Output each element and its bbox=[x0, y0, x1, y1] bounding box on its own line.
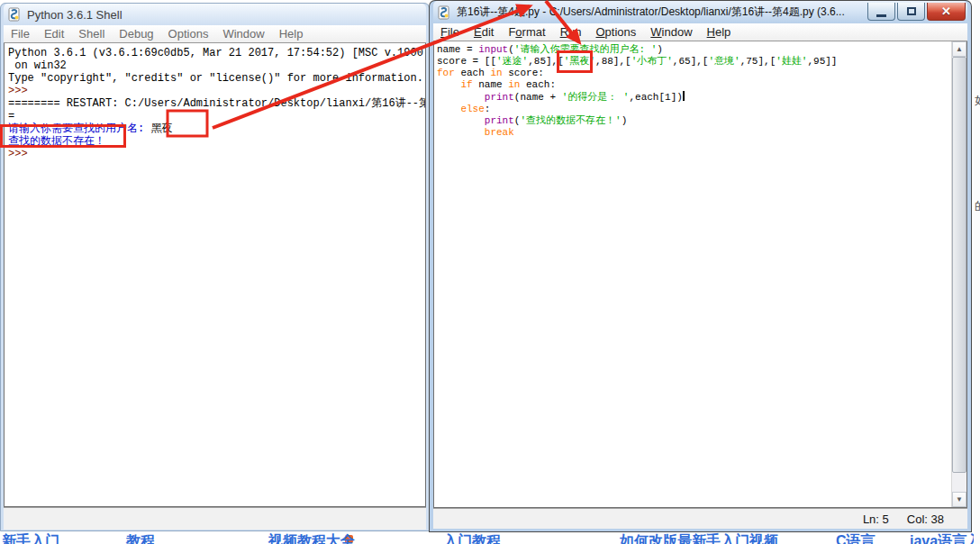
code-line: on win32 bbox=[8, 59, 425, 72]
scroll-up-button[interactable]: ▲ bbox=[952, 41, 966, 57]
status-line-number: Ln: 5 bbox=[863, 512, 889, 526]
code-segment: ======== RESTART: C:/Users/Administrator… bbox=[8, 97, 426, 110]
editor-code: name = input('请输入你需要查找的用户名: ')score = [[… bbox=[434, 41, 966, 139]
background-link-fragment[interactable]: 教程 bbox=[126, 532, 155, 544]
code-segment: '迷途' bbox=[496, 56, 528, 67]
code-segment: '黑夜' bbox=[564, 56, 595, 67]
code-segment: name bbox=[473, 79, 509, 90]
code-line: else: bbox=[437, 104, 966, 115]
code-line: Type "copyright", "credits" or "license(… bbox=[8, 72, 425, 85]
menu-item-file[interactable]: File bbox=[4, 25, 37, 42]
code-segment: : bbox=[485, 104, 491, 114]
code-segment bbox=[437, 79, 460, 90]
code-segment: '小布丁' bbox=[631, 56, 673, 67]
code-segment: on win32 bbox=[8, 59, 67, 72]
code-segment: print bbox=[485, 115, 514, 126]
status-column-number: Col: 38 bbox=[907, 512, 944, 526]
code-segment: >>> bbox=[8, 85, 34, 97]
background-link-fragment[interactable]: 如何改版最新手入门视频 bbox=[620, 532, 778, 544]
code-segment: score = [[ bbox=[437, 56, 496, 67]
menu-item-format[interactable]: Format bbox=[501, 23, 552, 41]
code-segment: '意境' bbox=[708, 56, 740, 67]
menu-item-options[interactable]: Options bbox=[161, 25, 216, 42]
code-segment: in bbox=[508, 79, 520, 90]
maximize-button[interactable] bbox=[897, 3, 925, 21]
code-segment: break bbox=[485, 127, 514, 138]
background-text-fragment: 如 bbox=[975, 93, 980, 109]
window-title: Python 3.6.1 Shell bbox=[27, 8, 422, 22]
background-text-fragment: 的 bbox=[975, 198, 980, 214]
code-segment: if bbox=[460, 79, 472, 90]
shell-output: Python 3.6.1 (v3.6.1:69c0db5, Mar 21 201… bbox=[5, 43, 425, 160]
menu-item-options[interactable]: Options bbox=[588, 23, 643, 41]
code-segment: ) bbox=[657, 44, 663, 55]
scroll-down-button[interactable]: ▼ bbox=[952, 492, 966, 507]
code-line: score = [['迷途',85],['黑夜',88],['小布丁',65],… bbox=[437, 56, 966, 68]
code-line: >>> bbox=[8, 148, 425, 160]
code-line: ======== RESTART: C:/Users/Administrator… bbox=[8, 97, 425, 110]
code-line: if name in each: bbox=[437, 79, 966, 91]
minimize-button[interactable] bbox=[867, 3, 895, 21]
menu-item-window[interactable]: Window bbox=[643, 23, 699, 41]
code-segment: Python 3.6.1 (v3.6.1:69c0db5, Mar 21 201… bbox=[8, 47, 426, 59]
menu-item-edit[interactable]: Edit bbox=[467, 23, 501, 41]
menu-item-help[interactable]: Help bbox=[700, 23, 739, 41]
code-line: 查找的数据不存在！ bbox=[8, 135, 425, 148]
code-segment: name = bbox=[437, 44, 478, 55]
menu-item-debug[interactable]: Debug bbox=[112, 25, 160, 42]
background-link-fragment[interactable]: 视频教程大全 bbox=[268, 532, 355, 544]
code-segment: '娃娃' bbox=[776, 56, 807, 67]
code-line: print('查找的数据不存在！') bbox=[437, 115, 966, 127]
editor-titlebar[interactable]: 第16讲--第4题.py - C:/Users/Administrator/De… bbox=[433, 1, 967, 23]
background-link-fragment[interactable]: 入门教程 bbox=[443, 532, 501, 544]
code-segment: = bbox=[8, 110, 14, 122]
menu-item-shell[interactable]: Shell bbox=[71, 25, 112, 42]
editor-statusbar: Ln: 5 Col: 38 bbox=[433, 508, 967, 529]
menu-item-file[interactable]: File bbox=[433, 23, 467, 41]
code-segment: 黑夜 bbox=[150, 122, 172, 135]
background-link-fragment[interactable]: java语言入门 bbox=[910, 532, 980, 544]
menu-item-help[interactable]: Help bbox=[272, 25, 311, 42]
scroll-thumb[interactable] bbox=[952, 57, 966, 473]
code-line: 请输入你需要查找的用户名: 黑夜 bbox=[8, 122, 425, 135]
shell-titlebar[interactable]: Python 3.6.1 Shell bbox=[4, 4, 426, 25]
vertical-scrollbar[interactable]: ▲ ▼ bbox=[951, 41, 966, 507]
code-segment: else bbox=[460, 104, 484, 114]
code-segment: input bbox=[478, 44, 508, 55]
code-segment: ( bbox=[508, 44, 514, 55]
code-segment: for bbox=[437, 68, 455, 78]
code-line: = bbox=[8, 110, 425, 122]
code-line: Python 3.6.1 (v3.6.1:69c0db5, Mar 21 201… bbox=[8, 47, 425, 59]
menu-item-window[interactable]: Window bbox=[215, 25, 271, 42]
menu-item-edit[interactable]: Edit bbox=[37, 25, 71, 42]
shell-content-area[interactable]: Python 3.6.1 (v3.6.1:69c0db5, Mar 21 201… bbox=[4, 43, 426, 507]
idle-app-icon bbox=[7, 7, 22, 22]
background-link-fragment[interactable]: 新手入门 bbox=[2, 532, 59, 544]
background-link-fragment[interactable]: C语言 bbox=[836, 532, 876, 544]
code-line: print(name + '的得分是： ',each[1]) bbox=[437, 91, 966, 104]
code-segment bbox=[437, 104, 460, 114]
close-button[interactable]: ✕ bbox=[927, 3, 966, 21]
code-segment bbox=[437, 92, 485, 103]
editor-content-area[interactable]: name = input('请输入你需要查找的用户名: ')score = [[… bbox=[433, 41, 967, 508]
code-segment: Type "copyright", "credits" or "license(… bbox=[8, 72, 423, 85]
code-segment: >>> bbox=[8, 148, 34, 160]
code-segment: in bbox=[490, 68, 502, 78]
code-segment: ,75],[ bbox=[740, 56, 776, 67]
code-segment: 请输入你需要查找的用户名: bbox=[8, 122, 150, 135]
code-segment: score: bbox=[503, 68, 544, 78]
code-segment: ,85],[ bbox=[528, 56, 564, 67]
editor-menubar: FileEditFormatRunOptionsWindowHelp bbox=[433, 23, 967, 41]
code-line: >>> bbox=[8, 85, 425, 97]
code-segment: '查找的数据不存在！' bbox=[520, 115, 621, 126]
window-buttons: ✕ bbox=[867, 3, 966, 21]
code-segment: ,95]] bbox=[807, 56, 837, 67]
minimize-icon bbox=[876, 14, 886, 17]
code-segment: each: bbox=[520, 79, 556, 90]
maximize-icon bbox=[907, 7, 916, 15]
menu-item-run[interactable]: Run bbox=[553, 23, 589, 41]
code-segment bbox=[437, 127, 485, 138]
idle-file-icon bbox=[437, 5, 451, 20]
code-segment: 查找的数据不存在！ bbox=[8, 135, 105, 148]
editor-window: 第16讲--第4题.py - C:/Users/Administrator/De… bbox=[430, 1, 971, 531]
